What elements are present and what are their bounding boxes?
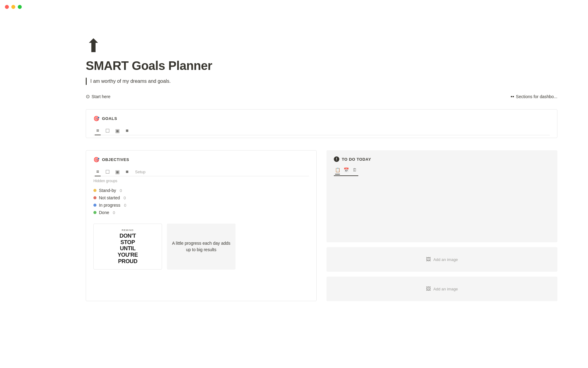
- action-row: ⊙ Start here ▪▪ Sections for dashbo...: [86, 94, 557, 99]
- obj-gallery-view[interactable]: ■: [123, 167, 131, 176]
- goals-gallery-view[interactable]: ■: [123, 126, 131, 135]
- not-started-dot: [93, 196, 96, 199]
- standby-count: 0: [120, 188, 122, 193]
- objectives-panel: 🎯 OBJECTIVES ≡ ☐ ▣ ■ Setup Hidden groups…: [86, 150, 317, 301]
- motive-big-text: DON'T STOP UNTIL YOU'RE PROUD: [118, 233, 138, 264]
- quote-bar: [86, 78, 87, 85]
- goals-target-icon: 🎯: [93, 116, 100, 121]
- page-icon: ⬆: [86, 37, 557, 55]
- quote-block: I am worthy of my dreams and goals.: [86, 78, 557, 85]
- motive-quote-text: A little progress each day adds up to bi…: [172, 240, 231, 253]
- objectives-image-row: REMIND DON'T STOP UNTIL YOU'RE PROUD A l…: [93, 224, 309, 270]
- todo-month-view[interactable]: 📅: [342, 166, 350, 174]
- motive-small-text: REMIND: [122, 229, 134, 232]
- quote-text: I am worthy of my dreams and goals.: [90, 78, 171, 85]
- add-image-icon-1: 🖼: [426, 257, 431, 262]
- motivational-card-dark: REMIND DON'T STOP UNTIL YOU'RE PROUD: [93, 224, 162, 270]
- todo-db-title: To Do Today: [342, 157, 371, 162]
- objectives-db-header: 🎯 OBJECTIVES: [93, 157, 309, 163]
- close-button[interactable]: [5, 5, 9, 9]
- group-standby: Stand-by 0: [93, 187, 309, 194]
- objectives-db-views: ≡ ☐ ▣ ■ Setup: [93, 167, 309, 176]
- todo-year-view[interactable]: 🗓: [351, 166, 358, 174]
- group-done: Done 0: [93, 209, 309, 216]
- todo-db-views: 📋 📅 🗓: [334, 166, 358, 176]
- objectives-target-icon: 🎯: [93, 157, 100, 163]
- obj-list-view[interactable]: ≡: [93, 167, 102, 176]
- obj-board-view[interactable]: ☐: [103, 167, 112, 176]
- maximize-button[interactable]: [18, 5, 22, 9]
- goals-list-view[interactable]: ≡: [93, 126, 102, 135]
- goals-db-views: ≡ ☐ ▣ ■: [93, 126, 550, 135]
- done-label: Done: [99, 210, 109, 215]
- group-not-started: Not started 0: [93, 194, 309, 201]
- add-image-stack: 🖼 Add an image 🖼 Add an image: [326, 247, 557, 301]
- main-content: ⬆ SMART Goals Planner I am worthy of my …: [0, 0, 588, 301]
- motivational-card-light: A little progress each day adds up to bi…: [167, 224, 236, 270]
- grid-icon: ▪▪: [511, 94, 514, 99]
- not-started-count: 0: [123, 196, 126, 200]
- titlebar: [0, 0, 588, 13]
- add-image-1[interactable]: 🖼 Add an image: [326, 247, 557, 272]
- in-progress-dot: [93, 204, 96, 207]
- goals-db-header: 🎯 GOALS: [93, 116, 550, 121]
- setup-link[interactable]: Setup: [135, 170, 145, 174]
- standby-dot: [93, 189, 96, 192]
- lower-grid: 🎯 OBJECTIVES ≡ ☐ ▣ ■ Setup Hidden groups…: [86, 150, 557, 301]
- goals-board-view[interactable]: ☐: [103, 126, 112, 135]
- sections-label: Sections for dashbo...: [516, 94, 557, 99]
- start-here-icon: ⊙: [86, 94, 90, 99]
- group-in-progress: In progress 0: [93, 201, 309, 209]
- page-title: SMART Goals Planner: [86, 59, 557, 73]
- done-dot: [93, 211, 96, 214]
- add-image-icon-2: 🖼: [426, 286, 431, 292]
- standby-label: Stand-by: [99, 188, 116, 193]
- sections-link[interactable]: ▪▪ Sections for dashbo...: [511, 94, 557, 99]
- goals-database: 🎯 GOALS ≡ ☐ ▣ ■: [86, 109, 557, 138]
- in-progress-label: In progress: [99, 203, 120, 208]
- right-column: ! To Do Today 📋 📅 🗓 🖼 Add an image 🖼 Ad: [326, 150, 557, 301]
- in-progress-count: 0: [124, 203, 126, 208]
- hidden-groups-label: Hidden groups: [93, 179, 309, 183]
- todo-week-view[interactable]: 📋: [334, 166, 341, 174]
- obj-timeline-view[interactable]: ▣: [113, 167, 122, 176]
- add-image-label-2: Add an image: [433, 287, 458, 291]
- goals-timeline-view[interactable]: ▣: [113, 126, 122, 135]
- objectives-db-title: OBJECTIVES: [102, 157, 129, 162]
- todo-panel: ! To Do Today 📋 📅 🗓: [326, 150, 557, 242]
- start-here-link[interactable]: ⊙ Start here: [86, 94, 110, 99]
- start-here-label: Start here: [92, 94, 110, 99]
- add-image-2[interactable]: 🖼 Add an image: [326, 277, 557, 301]
- todo-info-icon: !: [334, 156, 339, 162]
- goals-db-title: GOALS: [102, 116, 117, 121]
- minimize-button[interactable]: [11, 5, 15, 9]
- add-image-label-1: Add an image: [433, 257, 458, 262]
- done-count: 0: [113, 210, 115, 215]
- todo-db-header: ! To Do Today: [334, 156, 550, 162]
- not-started-label: Not started: [99, 195, 120, 200]
